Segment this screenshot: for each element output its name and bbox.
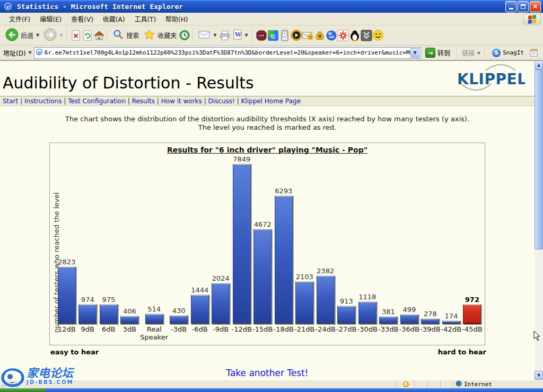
search-icon (112, 29, 124, 42)
hard-to-hear-label: hard to hear (438, 348, 486, 356)
chart-bars-area: 282312dB9749dB9756dB4063dB514Real Speake… (56, 150, 483, 324)
page-content: Audibility of Distortion - Results KLIPP… (0, 60, 535, 380)
go-button[interactable]: → 转到 (423, 47, 452, 59)
status-pane (427, 380, 440, 388)
chart-bar (337, 306, 355, 324)
mail-button[interactable]: ▼ (196, 28, 218, 42)
phone-plugin-icon[interactable]: * (279, 30, 291, 41)
bar-value-label: 974 (81, 296, 94, 304)
url-text[interactable]: 6r.ee7mtst1xel700g4L4o1p12mho1122p60%233… (45, 49, 410, 56)
edit-dropdown-icon[interactable]: ▼ (245, 33, 248, 38)
chart-bar (400, 314, 418, 324)
title-bar: e Statistics - Microsoft Internet Explor… (0, 0, 543, 13)
search-button[interactable]: 搜索 (110, 28, 141, 43)
windows-taskbar-edge[interactable] (0, 388, 543, 392)
nav-strip: Start | Instructions | Test Configuratio… (0, 96, 535, 106)
scroll-up-button[interactable]: ▲ (535, 60, 543, 69)
nav-link-discuss-[interactable]: Discuss! (208, 97, 234, 105)
site-plugin-icon[interactable]: 站 (267, 30, 279, 41)
bar-value-label: 6293 (275, 187, 292, 195)
mail-smiley-icon[interactable] (302, 30, 314, 41)
links-chevron-icon[interactable]: » (477, 49, 480, 56)
print-button[interactable] (219, 30, 231, 41)
chart-bar (442, 320, 460, 324)
toolbar-separator (192, 28, 194, 43)
toolbar: 后退 ▼ ▼ 搜索 收藏夹 ▼ W ▼ GAME (0, 25, 543, 46)
back-button[interactable]: 后退 ▼ (3, 27, 41, 44)
go-label: 转到 (437, 48, 450, 57)
chart-bar (120, 316, 138, 324)
chart-bar (212, 283, 230, 324)
stop-button[interactable] (70, 30, 82, 41)
mail-dropdown-icon[interactable]: ▼ (213, 33, 216, 38)
svg-text:e: e (6, 3, 10, 10)
menu-item[interactable]: 工具(T) (129, 13, 161, 25)
qq-penguin-icon[interactable] (349, 30, 361, 41)
red-flower-icon[interactable] (337, 30, 349, 41)
svg-text:W: W (234, 31, 242, 38)
take-another-test-link[interactable]: Take another Test! (0, 368, 535, 378)
menu-item[interactable]: 文件(F) (4, 13, 35, 25)
svg-text:*: * (284, 32, 286, 37)
bar-value-label: 4672 (254, 220, 272, 228)
menu-item[interactable]: 收藏(A) (98, 13, 130, 25)
refresh-button[interactable] (82, 30, 93, 41)
nav-link-klippel-home-page[interactable]: Klippel Home Page (241, 97, 301, 105)
bar-slot: 2024-9dB (210, 150, 231, 324)
download-chevrons-icon[interactable] (361, 30, 372, 41)
home-button[interactable] (93, 30, 105, 41)
go-arrow-icon: → (425, 48, 435, 58)
forward-button[interactable]: ▼ (41, 27, 65, 44)
watermark-title: 家电论坛 (27, 368, 73, 379)
close-button[interactable]: × (530, 1, 541, 12)
nav-link-start[interactable]: Start (3, 97, 18, 105)
bar-slot: 4063dB (119, 150, 141, 324)
status-alert-pane: ! (397, 380, 415, 388)
nav-link-how-it-works[interactable]: How it works (161, 97, 202, 105)
forward-dropdown-icon[interactable]: ▼ (59, 33, 63, 38)
scroll-down-button[interactable]: ▼ (535, 371, 543, 380)
menu-item[interactable]: 查看(V) (66, 13, 98, 25)
chart-bar (317, 275, 335, 324)
history-button[interactable] (179, 30, 190, 41)
back-label: 后退 (21, 31, 33, 40)
bar-value-label: 174 (444, 312, 458, 320)
bar-value-label: 406 (123, 307, 136, 315)
nav-separator: | (202, 97, 208, 105)
smiley-icon[interactable] (372, 30, 384, 41)
bar-value-label: 975 (102, 296, 115, 304)
nav-link-instructions[interactable]: Instructions (24, 97, 62, 105)
back-dropdown-icon[interactable]: ▼ (36, 33, 39, 38)
snagit-capture-icon[interactable] (528, 47, 540, 59)
bar-slot: 9749dB (77, 150, 99, 324)
svg-text:GAME: GAME (258, 34, 264, 37)
edit-with-word-button[interactable]: W ▼ (231, 28, 250, 42)
status-bar: 完毕 ! Internet (0, 380, 543, 388)
chart-bar (78, 304, 97, 324)
toolbar-separator (67, 28, 68, 43)
moneybag-icon[interactable]: ¥ (314, 30, 326, 41)
media-play-icon[interactable] (291, 30, 302, 41)
minimize-button[interactable] (505, 1, 516, 12)
bar-value-label: 514 (147, 305, 161, 313)
bar-value-label: 1444 (191, 286, 208, 294)
game-plugin-icon[interactable]: GAME (256, 30, 267, 41)
scrollbar-thumb[interactable] (535, 69, 543, 250)
links-label[interactable]: 链接 (462, 48, 475, 57)
snagit-button[interactable]: S SnagIt (490, 48, 526, 58)
search-label: 搜索 (126, 31, 139, 40)
menu-item[interactable]: 编辑(E) (35, 13, 66, 25)
maximize-button[interactable] (518, 1, 529, 12)
address-dropdown-button[interactable]: ▼ (410, 48, 419, 58)
bar-value-label: 972 (465, 296, 479, 304)
address-input[interactable]: e 6r.ee7mtst1xel700g4L4o1p12mho1122p60%2… (34, 47, 421, 59)
nav-separator: | (62, 97, 68, 105)
menu-item[interactable]: 帮助(H) (161, 13, 192, 25)
bar-value-label: 2823 (58, 258, 75, 266)
nav-link-results[interactable]: Results (132, 97, 155, 105)
nav-link-test-configuration[interactable]: Test Configuration (68, 97, 126, 105)
toolbar-separator (107, 28, 108, 43)
favorites-button[interactable]: 收藏夹 (141, 28, 179, 43)
bar-slot: 514Real Speaker (140, 150, 168, 324)
blue-orb-icon[interactable] (326, 30, 337, 41)
